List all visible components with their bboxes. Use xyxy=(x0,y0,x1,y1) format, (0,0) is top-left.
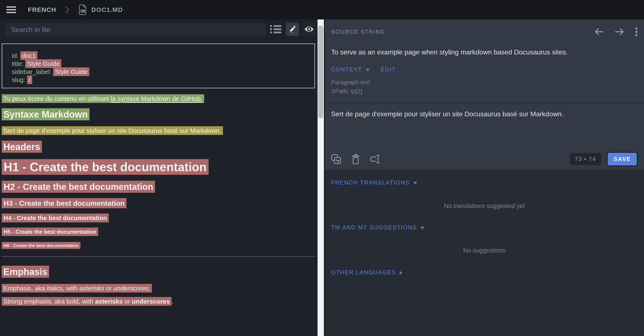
eye-icon xyxy=(304,26,314,33)
breadcrumb-project[interactable]: FRENCH xyxy=(28,6,56,13)
list-icon xyxy=(270,25,282,34)
frontmatter-line: id: doc1 xyxy=(12,52,314,60)
heading-h3-sample[interactable]: H3 - Create the best documentation xyxy=(2,199,316,207)
source-string-section: SOURCE STRING xyxy=(325,20,644,170)
copy-source-icon xyxy=(331,154,341,164)
clear-translation-button[interactable] xyxy=(370,154,380,164)
translation-input[interactable]: Sert de page d'exemple pour styliser un … xyxy=(331,110,638,146)
translation-toolbar: 73 • 74 SAVE xyxy=(331,152,638,166)
suggestions-section: FRENCH TRANSLATIONS No translations sugg… xyxy=(325,170,644,336)
strong-tail: . xyxy=(172,298,173,305)
string-untranslated[interactable]: / xyxy=(27,75,32,84)
menu-icon[interactable] xyxy=(6,6,16,14)
arrow-right-icon xyxy=(614,28,625,36)
panel-divider xyxy=(325,103,644,104)
string-untranslated[interactable]: Style Guide xyxy=(25,59,61,68)
heading-h6-sample[interactable]: H6 - Create the best documentation xyxy=(2,243,316,248)
chevron-down-icon xyxy=(413,182,418,185)
em-italic: underscores xyxy=(114,285,148,292)
strong-text: or xyxy=(123,298,132,305)
search-input[interactable] xyxy=(5,23,266,37)
text-cursor-box-icon xyxy=(370,154,380,164)
paragraph-emphasis[interactable]: Emphasis, aka italics, with asterisks or… xyxy=(2,284,316,292)
delete-translation-button[interactable] xyxy=(352,154,360,164)
arrow-left-icon xyxy=(594,28,604,36)
context-row: CONTEXT EDIT xyxy=(331,66,638,73)
heading-headers[interactable]: Headers xyxy=(2,141,316,152)
strong-text: Strong emphasis, aka bold, with xyxy=(4,298,95,305)
preview-mode-button[interactable] xyxy=(302,23,316,36)
translations-empty-message: No translations suggested yet xyxy=(331,203,638,210)
paragraph-strong[interactable]: Strong emphasis, aka bold, with asterisk… xyxy=(2,297,316,305)
breadcrumb-chevron-icon xyxy=(65,6,70,13)
more-options-button[interactable] xyxy=(635,27,638,37)
markdown-file-icon: M↓ xyxy=(79,5,87,15)
kebab-menu-icon xyxy=(635,27,638,37)
frontmatter-key: sidebar_label: xyxy=(12,68,52,75)
strings-list-button[interactable] xyxy=(269,23,282,36)
context-edit-button[interactable]: EDIT xyxy=(381,66,396,73)
heading-h1-sample[interactable]: H1 - Create the best documentation xyxy=(2,160,316,174)
paragraph-selected[interactable]: Sert de page d'exemple pour styliser un … xyxy=(2,127,316,135)
em-text: . xyxy=(148,285,150,292)
tm-section-header[interactable]: TM AND MT SUGGESTIONS xyxy=(331,224,638,231)
chevron-down-icon xyxy=(420,227,424,229)
file-preview-panel: id: doc1 title: Style Guide sidebar_labe… xyxy=(0,20,318,336)
heading-h4-sample[interactable]: H4 - Create the best documentation xyxy=(2,215,316,222)
copy-source-button[interactable] xyxy=(331,154,341,164)
em-text: or xyxy=(104,285,114,292)
heading-emphasis[interactable]: Emphasis xyxy=(2,266,316,277)
frontmatter-line: title: Style Guide xyxy=(12,60,314,68)
tm-empty-message: No suggestions xyxy=(331,247,638,254)
trash-icon xyxy=(352,154,360,164)
paragraph-translated[interactable]: Tu peux écrire du contenu en utilisant l… xyxy=(2,95,316,103)
other-languages-header[interactable]: OTHER LANGUAGES xyxy=(331,269,638,276)
intro-text: Tu peux écrire du contenu en utilisant xyxy=(4,95,111,102)
pencil-icon xyxy=(288,25,296,33)
markdown-divider xyxy=(2,256,315,257)
other-languages-label[interactable]: OTHER LANGUAGES xyxy=(331,269,396,276)
translations-header-label[interactable]: FRENCH TRANSLATIONS xyxy=(331,180,410,186)
frontmatter-line: sidebar_label: Style Guide xyxy=(12,68,314,76)
context-toggle[interactable]: CONTEXT xyxy=(331,66,362,73)
string-untranslated[interactable]: doc1 xyxy=(20,51,38,60)
em-italic: asterisks xyxy=(79,285,104,292)
source-string-header: SOURCE STRING xyxy=(331,26,638,38)
heading-h5-sample[interactable]: H5 - Create the best documentation xyxy=(2,229,316,235)
translations-section-header[interactable]: FRENCH TRANSLATIONS xyxy=(331,180,638,186)
context-type: Paragraph text xyxy=(331,78,638,87)
chevron-right-icon xyxy=(400,271,402,275)
heading-h2-sample[interactable]: H2 - Create the best documentation xyxy=(2,182,316,192)
string-untranslated[interactable]: Style Guide xyxy=(53,67,89,76)
em-text: Emphasis, aka italics, with xyxy=(4,285,79,292)
chevron-down-icon xyxy=(366,69,370,71)
heading-syntax[interactable]: Syntaxe Markdown xyxy=(2,109,316,120)
breadcrumb-file: DOC1.MD xyxy=(92,6,123,13)
frontmatter-block: id: doc1 title: Style Guide sidebar_labe… xyxy=(2,43,315,88)
top-bar: FRENCH M↓ DOC1.MD xyxy=(0,0,644,20)
strong-bold: underscores xyxy=(132,298,170,305)
translation-panel: SOURCE STRING xyxy=(324,20,644,336)
next-string-button[interactable] xyxy=(614,28,625,36)
edit-mode-button[interactable] xyxy=(286,23,299,36)
tm-header-label[interactable]: TM AND MT SUGGESTIONS xyxy=(331,224,417,231)
document-preview: id: doc1 title: Style Guide sidebar_labe… xyxy=(0,38,318,336)
intro-link[interactable]: la syntaxe Markdown de GitHub. xyxy=(111,95,203,102)
search-row xyxy=(0,20,318,38)
previous-string-button[interactable] xyxy=(594,28,604,36)
frontmatter-key: title: xyxy=(12,60,24,67)
frontmatter-key: id: xyxy=(12,52,18,59)
context-xpath: XPath: /p[2] xyxy=(331,87,638,96)
source-string-label: SOURCE STRING xyxy=(331,29,385,35)
scrollbar-thumb[interactable] xyxy=(318,26,323,118)
char-counter: 73 • 74 xyxy=(570,153,601,165)
strong-bold: asterisks xyxy=(95,298,123,305)
preview-scrollbar[interactable] xyxy=(318,20,324,336)
frontmatter-line: slug: / xyxy=(12,76,314,84)
svg-text:M↓: M↓ xyxy=(81,10,84,12)
frontmatter-key: slug: xyxy=(12,76,25,83)
source-string-text: To serve as an example page when styling… xyxy=(331,48,638,56)
save-button[interactable]: SAVE xyxy=(607,152,638,166)
